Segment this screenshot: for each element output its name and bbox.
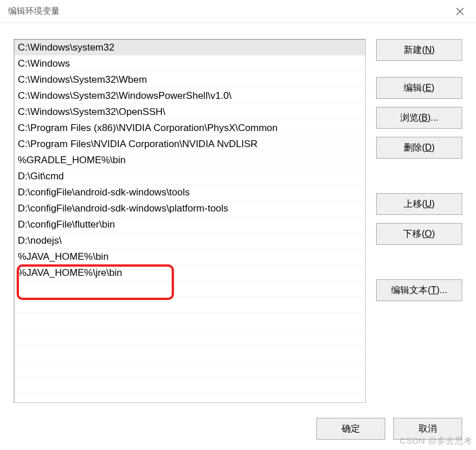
titlebar: 编辑环境变量	[0, 0, 476, 23]
list-item[interactable]: C:\Program Files\NVIDIA Corporation\NVID…	[14, 136, 365, 152]
list-item[interactable]: %GRADLE_HOME%\bin	[14, 152, 365, 168]
list-placeholder	[14, 281, 365, 297]
main-row: C:\Windows\system32C:\WindowsC:\Windows\…	[14, 39, 462, 403]
window-title: 编辑环境变量	[8, 6, 60, 17]
browse-button[interactable]: 浏览(B)...	[376, 107, 462, 129]
ok-button[interactable]: 确定	[316, 418, 385, 440]
list-item[interactable]: %JAVA_HOME%\bin	[14, 249, 365, 265]
close-button[interactable]	[444, 0, 476, 23]
cancel-button[interactable]: 取消	[393, 418, 462, 440]
close-icon	[456, 7, 464, 16]
edit-text-button[interactable]: 编辑文本(T)...	[376, 279, 462, 301]
list-placeholder	[14, 313, 365, 329]
list-item[interactable]: C:\Windows\System32\OpenSSH\	[14, 104, 365, 120]
list-placeholder	[14, 361, 365, 378]
list-item[interactable]: C:\Windows\System32\Wbem	[14, 72, 365, 88]
list-item[interactable]: %JAVA_HOME%\jre\bin	[14, 265, 365, 281]
move-down-button[interactable]: 下移(O)	[376, 223, 462, 245]
button-column: 新建(N) 编辑(E) 浏览(B)... 删除(D) 上移(U) 下移(O) 编…	[376, 39, 462, 403]
list-item[interactable]: D:\configFile\flutter\bin	[14, 217, 365, 233]
list-item[interactable]: C:\Windows	[14, 56, 365, 72]
dialog-content: C:\Windows\system32C:\WindowsC:\Windows\…	[0, 23, 476, 450]
list-item[interactable]: D:\nodejs\	[14, 233, 365, 249]
list-item[interactable]: D:\Git\cmd	[14, 168, 365, 184]
list-item[interactable]: D:\configFile\android-sdk-windows\platfo…	[14, 201, 365, 217]
list-item[interactable]: C:\Windows\System32\WindowsPowerShell\v1…	[14, 88, 365, 104]
new-button[interactable]: 新建(N)	[376, 39, 462, 61]
list-placeholder	[14, 297, 365, 313]
list-placeholder	[14, 329, 365, 345]
list-placeholder	[14, 378, 365, 394]
move-up-button[interactable]: 上移(U)	[376, 193, 462, 215]
path-listbox[interactable]: C:\Windows\system32C:\WindowsC:\Windows\…	[14, 39, 366, 403]
edit-button[interactable]: 编辑(E)	[376, 77, 462, 99]
list-item[interactable]: C:\Windows\system32	[14, 40, 365, 56]
dialog-buttons: 确定 取消	[14, 403, 462, 440]
list-item[interactable]: D:\configFile\android-sdk-windows\tools	[14, 184, 365, 201]
list-item[interactable]: C:\Program Files (x86)\NVIDIA Corporatio…	[14, 120, 365, 136]
delete-button[interactable]: 删除(D)	[376, 137, 462, 159]
list-placeholder	[14, 345, 365, 361]
